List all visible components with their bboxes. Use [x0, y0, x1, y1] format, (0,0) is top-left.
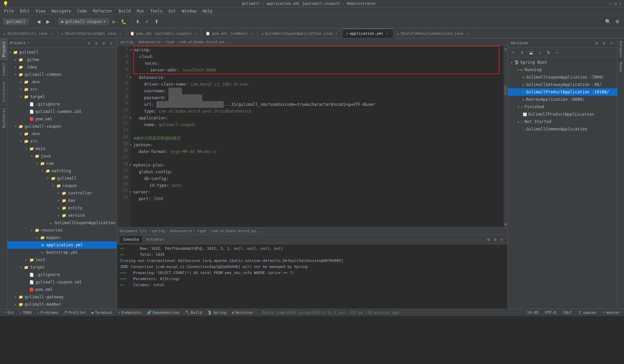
- tree-item-mapper[interactable]: ▶ 📁 mapper: [7, 234, 117, 241]
- menu-tools[interactable]: Tools: [147, 8, 165, 14]
- services-product-app[interactable]: ▶ GulimallProductApplication :10100/: [508, 88, 617, 96]
- tab-pom-coupon[interactable]: 📋 pom.xml (gulimall-coupon) ✕: [127, 29, 202, 38]
- menu-window[interactable]: Window: [179, 8, 199, 14]
- menu-code[interactable]: Code: [75, 8, 90, 14]
- tree-item-com[interactable]: ▼ 📁 com: [7, 160, 117, 167]
- tree-item-coupon-gitignore[interactable]: 📄 .gitignore: [7, 271, 117, 278]
- tab-close-button[interactable]: ✕: [465, 31, 470, 36]
- todo-status-item[interactable]: ✓ TODO: [18, 310, 33, 315]
- problems-status-item[interactable]: ⚠ Problems: [36, 310, 60, 315]
- tree-item-coupon-iml[interactable]: 📄 gulimall-coupon.iml: [7, 278, 117, 286]
- tree-item-main[interactable]: ▼ 📁 main: [7, 145, 117, 152]
- tree-item-gateway[interactable]: ▶ 📁 gulimall-gateway: [7, 293, 117, 301]
- tree-item-coupon-app-class[interactable]: ☕ GulimallCouponApplication: [7, 219, 117, 226]
- indent-item[interactable]: 2 spaces: [577, 310, 598, 315]
- tab-close-button[interactable]: ✕: [194, 31, 198, 36]
- close-panel-button[interactable]: ✕: [108, 40, 114, 46]
- bottom-gear-button[interactable]: ⚙: [492, 237, 498, 243]
- fold-arrow[interactable]: ▼: [129, 47, 134, 53]
- vcs-commit-button[interactable]: ✓: [143, 18, 151, 26]
- bookmarks-tab[interactable]: Bookmarks: [0, 105, 7, 131]
- tree-item-controller[interactable]: ▶ 📁 controller: [7, 189, 117, 197]
- tree-item-common-pom[interactable]: 🔴 pom.xml: [7, 115, 117, 123]
- tree-item-member[interactable]: ▶ 📁 gulimall-member: [7, 301, 117, 308]
- menu-git[interactable]: Git: [166, 8, 179, 14]
- endpoints-status-item[interactable]: ⚡ Endpoints: [117, 310, 143, 315]
- debug-button[interactable]: 🐛: [120, 18, 128, 26]
- tree-item-entity[interactable]: ▶ 📁 entity: [7, 204, 117, 212]
- vcs-update-button[interactable]: ⬇: [134, 18, 142, 26]
- services-close-button[interactable]: ✕: [608, 40, 615, 46]
- profiler-status-item[interactable]: ⏱ Profiler: [62, 310, 88, 315]
- services-status-item[interactable]: ⚙ Services: [230, 310, 254, 315]
- tree-item-coupon[interactable]: ▼ 📁 gulimall-coupon: [7, 123, 117, 130]
- tree-item-gitignore[interactable]: 📄 .gitignore: [7, 100, 117, 108]
- minimize-button[interactable]: —: [609, 1, 612, 6]
- tab-close-button[interactable]: ✕: [249, 31, 254, 36]
- services-running-group[interactable]: ▼ ▶ Running: [508, 66, 617, 73]
- menu-view[interactable]: View: [33, 8, 48, 14]
- services-common-app[interactable]: ○ GulimallCommonApplication: [508, 125, 617, 133]
- collapse-all-button[interactable]: ≡: [86, 40, 92, 46]
- tab-close-button[interactable]: ✕: [49, 31, 54, 36]
- services-add-button[interactable]: +: [509, 49, 517, 57]
- tab-sku-full-reduction[interactable]: ☕ SkuFullReductionService.java ✕: [394, 29, 473, 38]
- actuator-tab[interactable]: Actuator: [143, 236, 167, 243]
- scroll-down-button[interactable]: ▼: [504, 222, 508, 227]
- tree-item-coupon-pkg[interactable]: ▼ 📁 coupon: [7, 182, 117, 189]
- maven-panel-button[interactable]: Maven: [618, 61, 623, 73]
- tree-item-dao[interactable]: ▶ 📁 dao: [7, 197, 117, 204]
- settings-button[interactable]: ⚙: [613, 18, 621, 26]
- services-collapse-button[interactable]: ⇅: [544, 49, 552, 57]
- fold-arrow[interactable]: ▼: [128, 189, 133, 195]
- tab-sku-info-entity[interactable]: ☕ SkuInfoEntity.java ✕: [0, 29, 58, 38]
- tree-item-common-target[interactable]: ▼ 📁 target: [7, 93, 117, 100]
- menu-edit[interactable]: Edit: [17, 8, 32, 14]
- spring-status-item[interactable]: 🍃 Spring: [206, 310, 228, 315]
- git-branch-item[interactable]: ⑂ master: [602, 310, 621, 315]
- expand-button[interactable]: ⇅: [93, 40, 99, 46]
- tree-item-idea[interactable]: ▶ 📁 .idea: [7, 63, 117, 71]
- run-button[interactable]: ▶: [110, 18, 118, 26]
- run-config[interactable]: ▶ gulimall-coupon ▾: [58, 18, 109, 25]
- back-button[interactable]: ◀: [35, 18, 43, 26]
- build-status-item[interactable]: 🔨 Build: [184, 310, 203, 315]
- dependencies-status-item[interactable]: 🔗 Dependencies: [145, 310, 181, 315]
- terminal-status-item[interactable]: ▶ Terminal: [90, 310, 114, 315]
- services-gateway-app[interactable]: ▶ GulimallGatewayApplication :88/: [508, 81, 617, 88]
- tree-item-coupon-target[interactable]: ▼ 📁 target: [7, 264, 117, 271]
- menu-navigate[interactable]: Navigate: [49, 8, 74, 14]
- tree-item-common-src[interactable]: ▶ 📁 src: [7, 86, 117, 93]
- fold-arrow[interactable]: ▼: [128, 115, 133, 121]
- tree-item-resources[interactable]: ▶ 📁 resources: [7, 226, 117, 234]
- gear-button[interactable]: ⚙: [101, 40, 107, 46]
- scrollbar-track[interactable]: ▲ ▼: [504, 46, 508, 227]
- tree-item-coupon-pom[interactable]: 🔴 pom.xml: [7, 286, 117, 293]
- code-content[interactable]: 1 2 3 4 5 6 7 8 9 10 11 12 13 14 15 16 1: [117, 46, 508, 227]
- database-panel-button[interactable]: Database: [618, 40, 623, 59]
- tab-sku-info-service-impl[interactable]: ☕ SkuInfoServiceImpl.java ✕: [58, 29, 127, 38]
- services-gear-button[interactable]: ⚙: [601, 40, 607, 46]
- bottom-close-button[interactable]: ✕: [499, 237, 505, 243]
- tree-item-gulimall-pkg[interactable]: ▼ 📁 gulimall: [7, 175, 117, 182]
- fold-arrow[interactable]: ▼: [128, 142, 133, 148]
- project-name[interactable]: gulimall: [3, 18, 29, 25]
- vcs-push-button[interactable]: ⬆: [153, 18, 161, 26]
- services-finished-group[interactable]: ▼ ✓ Finished: [508, 103, 617, 111]
- tree-item-java[interactable]: ▼ 📁 java: [7, 152, 117, 160]
- tab-close-button[interactable]: ✕: [118, 31, 123, 36]
- bottom-settings-button[interactable]: ⚙: [485, 237, 491, 243]
- menu-refactor[interactable]: Refactor: [90, 8, 115, 14]
- services-springboot-group[interactable]: ▼ 🍃 Spring Boot: [508, 59, 617, 66]
- tree-item-coupon-mvn[interactable]: ▶ 📁 .mvn: [7, 130, 117, 138]
- scroll-thumb[interactable]: [504, 85, 507, 95]
- menu-file[interactable]: File: [1, 8, 17, 14]
- tree-item-common-mvn[interactable]: ▶ 📁 .mvn: [7, 78, 117, 86]
- tree-item-gulimall[interactable]: ▼ 📁 gulimall: [7, 49, 117, 56]
- services-coupon-app[interactable]: ▶ GulimallCouponApplication :7000/: [508, 73, 617, 81]
- structure-tab[interactable]: Structure: [0, 79, 7, 105]
- git-status-item[interactable]: ⑂ Git: [3, 310, 16, 315]
- commit-tab[interactable]: Commit: [0, 60, 7, 79]
- search-everywhere-button[interactable]: 🔍: [604, 18, 612, 26]
- services-filter-button[interactable]: ⬓: [527, 49, 535, 57]
